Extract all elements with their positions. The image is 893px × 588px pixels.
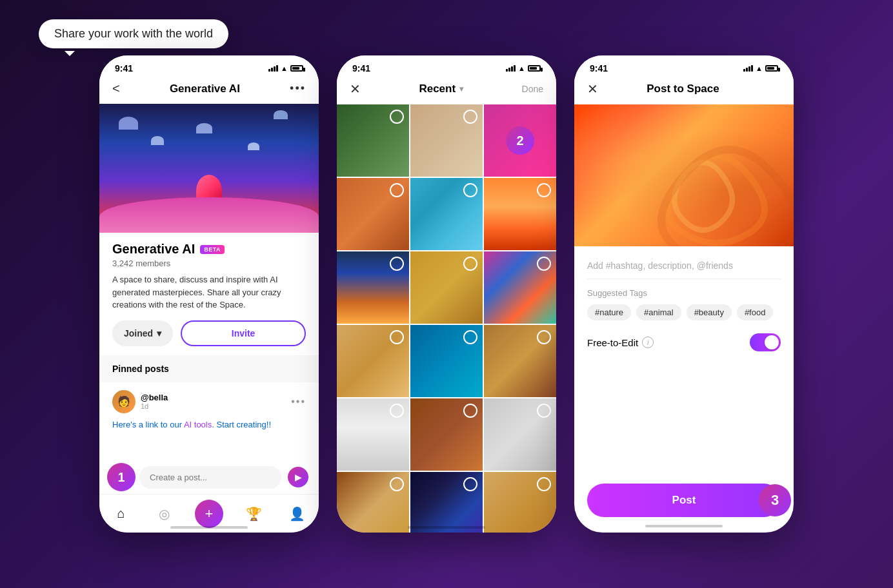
space-description: A space to share, discuss and inspire wi…	[112, 273, 306, 311]
photo-cell-galaxy[interactable]	[410, 472, 483, 533]
photo-cell-mountain[interactable]	[337, 251, 409, 324]
tag-animal[interactable]: #animal	[636, 304, 681, 320]
tag-nature[interactable]: #nature	[587, 304, 631, 320]
jellyfish-4	[248, 142, 259, 150]
pinned-title: Pinned posts	[112, 364, 169, 374]
phone-3: 9:41 ▲ ✕ Post to Space	[574, 55, 794, 533]
ai-tools-link[interactable]: AI tools	[184, 420, 212, 429]
photo-cell-pizza[interactable]	[337, 178, 409, 250]
select-circle-galaxy	[463, 477, 477, 491]
photo-cell-golden[interactable]	[337, 325, 409, 397]
joined-label: Joined	[124, 328, 153, 338]
hashtag-input[interactable]	[587, 255, 781, 279]
signal-bar-2-4	[514, 65, 516, 72]
signal-bar-3-4	[751, 65, 753, 72]
status-icons-1: ▲	[268, 64, 303, 72]
photo-cell-bowl[interactable]	[484, 325, 556, 397]
phone-3-wrapper: 9:41 ▲ ✕ Post to Space	[574, 55, 794, 533]
signal-bar-1	[268, 69, 270, 72]
jellyfish-5	[274, 110, 288, 119]
wifi-icon-1: ▲	[281, 64, 288, 72]
info-icon[interactable]: i	[642, 337, 654, 348]
post-button[interactable]: Post 3	[587, 484, 781, 517]
picker-done-button[interactable]: Done	[522, 84, 543, 94]
username[interactable]: @bella	[141, 393, 168, 402]
photo-cell-burger[interactable]	[410, 398, 483, 471]
back-button[interactable]: <	[112, 81, 120, 96]
signal-bar-3-3	[748, 66, 750, 72]
phone-2-wrapper: 9:41 ▲ ✕ Recen	[337, 55, 556, 533]
phone1-nav: < Generative AI •••	[99, 76, 319, 104]
post-space-close[interactable]: ✕	[587, 81, 598, 97]
status-bar-3: 9:41 ▲	[574, 55, 794, 76]
home-indicator-1	[170, 526, 248, 529]
select-circle-bowl	[537, 330, 551, 344]
tag-beauty[interactable]: #beauty	[687, 304, 732, 320]
picker-title-row: Recent ▾	[419, 83, 463, 95]
photo-cell-forest[interactable]	[337, 104, 409, 177]
wifi-icon-3: ▲	[756, 64, 763, 72]
select-circle-forest	[390, 110, 404, 124]
photo-cell-ocean[interactable]	[410, 325, 483, 397]
pink-dunes	[99, 197, 319, 233]
step-badge-1: 1	[107, 463, 135, 491]
tooltip-bubble: Share your work with the world	[39, 19, 228, 48]
post-text-prefix: Here's a link to our	[112, 420, 184, 429]
photo-cell-swirl[interactable]	[410, 178, 483, 250]
select-circle-smoothie	[390, 477, 404, 491]
action-buttons: Joined ▾ Invite	[112, 320, 306, 346]
post-more-button[interactable]: •••	[291, 396, 306, 407]
photo-cell-selected[interactable]: 2	[484, 104, 556, 177]
battery-icon-2	[528, 65, 541, 72]
select-circle-swirl	[463, 183, 477, 197]
time-1: 9:41	[115, 63, 133, 74]
user-info: @bella 1d	[141, 393, 168, 410]
send-button[interactable]: ▶	[288, 467, 308, 487]
status-bar-2: 9:41 ▲	[337, 55, 556, 76]
photo-cell-labrador[interactable]	[484, 472, 556, 533]
signal-bar-3-2	[746, 68, 748, 72]
phone-1-wrapper: 9:41 ▲ < Generative AI	[99, 55, 319, 533]
signal-bar-2-1	[506, 69, 508, 72]
pinned-section: Pinned posts	[99, 355, 319, 382]
select-circle-pizza	[390, 183, 404, 197]
chevron-down-icon: ▾	[157, 328, 161, 338]
joined-button[interactable]: Joined ▾	[112, 320, 173, 346]
chevron-down-icon-2: ▾	[459, 84, 463, 93]
signal-bar-2-2	[508, 68, 510, 72]
photo-cell-pancake[interactable]	[410, 251, 483, 324]
picker-nav: ✕ Recent ▾ Done	[337, 76, 556, 104]
nav-trophy[interactable]: 🏆	[241, 501, 266, 527]
battery-icon-3	[765, 65, 778, 72]
photo-cell-smoothie[interactable]	[337, 472, 409, 533]
picker-title: Recent	[419, 83, 456, 95]
home-indicator-2	[408, 526, 485, 529]
phone-1: 9:41 ▲ < Generative AI	[99, 55, 319, 533]
tag-food[interactable]: #food	[737, 304, 774, 320]
wifi-icon-2: ▲	[518, 64, 525, 72]
jellyfish-2	[151, 136, 164, 145]
battery-fill-3	[767, 67, 774, 70]
nav-profile[interactable]: 👤	[284, 501, 310, 527]
post-text-suffix: . Start creating!!	[212, 420, 271, 429]
photo-cell-sunset[interactable]	[484, 178, 556, 250]
nav-plus-button[interactable]: +	[195, 500, 223, 528]
photo-cell-lamp[interactable]	[337, 398, 409, 471]
nav-search[interactable]: ◎	[152, 501, 177, 527]
nav-home[interactable]: ⌂	[108, 501, 134, 527]
more-button-1[interactable]: •••	[290, 82, 306, 95]
battery-fill-1	[292, 67, 299, 70]
select-circle-dog	[463, 110, 477, 124]
invite-button[interactable]: Invite	[181, 320, 306, 346]
hero-image	[99, 104, 319, 233]
photo-cell-colorswirl[interactable]	[484, 251, 556, 324]
picker-close-button[interactable]: ✕	[350, 81, 361, 97]
photo-cell-dog[interactable]	[410, 104, 483, 177]
jellyfish-1	[119, 117, 138, 130]
free-edit-toggle[interactable]	[750, 333, 781, 351]
photo-cell-coffee[interactable]	[484, 398, 556, 471]
signal-bar-2	[271, 68, 273, 72]
tags-row: #nature #animal #beauty #food	[587, 304, 781, 320]
signal-bar-2-3	[511, 66, 513, 72]
create-post-input[interactable]	[139, 466, 281, 489]
